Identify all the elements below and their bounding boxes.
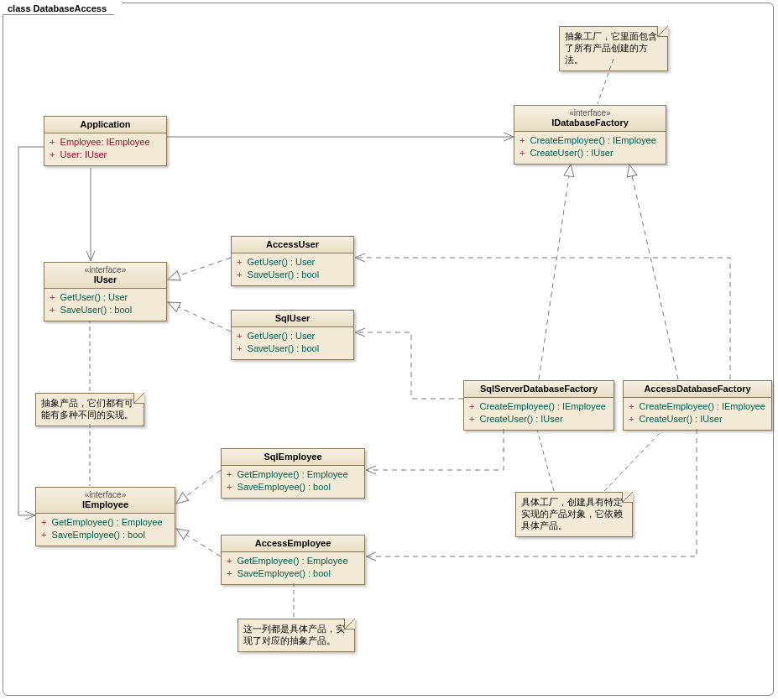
op: CreateEmployee() : IEmployee (640, 401, 765, 411)
class-title: AccessUser (235, 239, 350, 249)
op: GetEmployee() : Employee (52, 517, 163, 527)
class-title: IUser (48, 274, 163, 285)
op: GetUser() : User (60, 292, 128, 302)
op: SaveEmployee() : bool (238, 482, 331, 492)
op: SaveUser() : bool (60, 305, 133, 315)
op: SaveEmployee() : bool (238, 568, 331, 578)
op: CreateEmployee() : IEmployee (530, 135, 656, 145)
note-concrete-product: 这一列都是具体产品，实现了对应的抽象产品。 (238, 619, 355, 652)
note-concrete-factory: 具体工厂，创建具有特定实现的产品对象，它依赖具体产品。 (515, 492, 633, 537)
op: CreateUser() : IUser (480, 414, 563, 424)
op: GetUser() : User (248, 257, 316, 267)
attr: Employee: IEmployee (60, 137, 150, 147)
class-accessemployee: AccessEmployee + GetEmployee() : Employe… (221, 535, 365, 585)
op: SaveEmployee() : bool (52, 530, 145, 540)
op: SaveUser() : bool (248, 343, 320, 353)
class-title: Application (48, 119, 163, 129)
attr: User: IUser (60, 149, 107, 159)
class-title: AccessEmployee (225, 538, 361, 548)
op: GetUser() : User (248, 331, 316, 341)
interface-idatabasefactory: «interface» IDatabaseFactory + CreateEmp… (514, 105, 666, 165)
class-title: SqlServerDatabaseFactory (467, 384, 610, 394)
note-abstract-product: 抽象产品，它们都有可能有多种不同的实现。 (35, 393, 144, 426)
op: CreateUser() : IUser (640, 414, 723, 424)
class-accessdatabasefactory: AccessDatabaseFactory + CreateEmployee()… (623, 380, 772, 431)
note-abstract-factory: 抽象工厂，它里面包含了所有产品创建的方法。 (559, 26, 668, 71)
class-title: SqlUser (235, 313, 350, 323)
class-sqluser: SqlUser + GetUser() : User + SaveUser() … (231, 310, 354, 360)
class-title: AccessDatabaseFactory (627, 384, 768, 394)
frame-title: class DatabaseAccess (3, 3, 123, 15)
class-sqlemployee: SqlEmployee + GetEmployee() : Employee +… (221, 448, 365, 499)
stereotype: «interface» (48, 265, 163, 274)
class-title: IEmployee (39, 499, 171, 509)
interface-iuser: «interface» IUser + GetUser() : User + S… (44, 262, 167, 321)
op: CreateEmployee() : IEmployee (480, 401, 606, 411)
op: SaveUser() : bool (248, 269, 320, 279)
op: CreateUser() : IUser (530, 148, 614, 158)
class-title: IDatabaseFactory (518, 118, 662, 128)
stereotype: «interface» (518, 108, 662, 118)
interface-iemployee: «interface» IEmployee + GetEmployee() : … (35, 487, 175, 546)
class-title: SqlEmployee (225, 452, 361, 462)
op: GetEmployee() : Employee (238, 469, 348, 479)
op: GetEmployee() : Employee (238, 556, 348, 566)
class-accessuser: AccessUser + GetUser() : User + SaveUser… (231, 236, 354, 286)
class-application: Application + Employee: IEmployee + User… (44, 116, 167, 166)
stereotype: «interface» (39, 490, 171, 499)
class-sqlserverdatabasefactory: SqlServerDatabaseFactory + CreateEmploye… (463, 380, 614, 431)
